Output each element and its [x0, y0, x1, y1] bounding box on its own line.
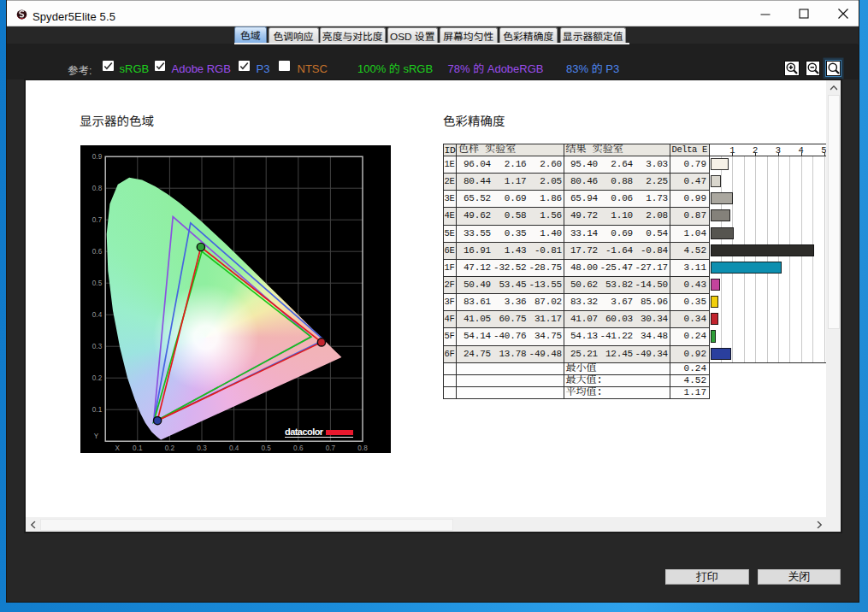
reference-NTSC-label: NTSC: [298, 60, 328, 76]
scroll-right-button[interactable]: [812, 517, 826, 532]
horizontal-scroll-thumb[interactable]: [40, 519, 453, 531]
bar-gridline: [732, 156, 733, 362]
bar-gridline: [824, 156, 825, 362]
tab-色调响应[interactable]: 色调响应: [269, 27, 319, 44]
coverage-result: 100% 的 sRGB: [357, 60, 433, 76]
scroll-left-button[interactable]: [26, 517, 40, 532]
cell-sample-lab: 24.7513.78-49.48: [457, 346, 564, 363]
delta-e-bar-5E: [711, 227, 735, 239]
summary-row: 最小值0.24: [444, 363, 710, 375]
cell-id: 2E: [444, 174, 457, 191]
delta-e-bars: 12345: [710, 144, 827, 363]
zoom-fit-icon: [827, 62, 841, 75]
tab-显示器额定值[interactable]: 显示器额定值: [560, 27, 627, 44]
cell-result-lab: 48.00-25.47-27.17: [564, 260, 670, 277]
vertical-scrollbar[interactable]: [826, 80, 841, 532]
print-button[interactable]: 打印: [665, 569, 749, 585]
scrollbar-corner: [826, 517, 841, 532]
table-row-5E: 5E33.550.351.4033.140.690.541.04: [444, 226, 710, 243]
header-sample: 色样 实验室: [457, 144, 564, 157]
bar-gridline: [812, 156, 813, 362]
cell-result-lab: 49.721.102.08: [564, 208, 670, 225]
reference-toolbar: 参考: sRGBAdobe RGBP3NTSC 100% 的 sRGB78% 的…: [7, 44, 859, 79]
cell-delta-e: 0.92: [670, 346, 711, 363]
table-row-6E: 6E16.911.43-0.8117.72-1.64-0.844.52: [444, 243, 710, 260]
checkbox-sRGB[interactable]: [103, 61, 114, 72]
primary-marker: [317, 338, 325, 346]
cell-id: 1E: [444, 156, 457, 174]
close-icon: [837, 8, 849, 20]
tab-屏幕均匀性[interactable]: 屏幕均匀性: [440, 27, 499, 44]
titlebar: Spyder5Elite 5.5: [7, 0, 859, 26]
zoom-in-icon: [785, 62, 799, 75]
gamut-sRGB: [154, 251, 311, 422]
checkbox-P3[interactable]: [239, 61, 250, 72]
cell-id: 3F: [444, 294, 457, 311]
delta-e-bar-4F: [711, 313, 718, 325]
cell-result-lab: 95.402.643.03: [564, 156, 670, 174]
check-icon: [103, 61, 114, 72]
maximize-button[interactable]: [784, 1, 823, 26]
cell-result-lab: 41.0760.0330.34: [564, 311, 670, 328]
table-row-4F: 4F41.0560.7531.1741.0760.0330.340.34: [444, 311, 710, 328]
cell-id: 5F: [444, 328, 457, 345]
horizontal-scrollbar[interactable]: [26, 517, 826, 532]
arrow-left-icon: [31, 521, 36, 528]
zoom-out-button[interactable]: [806, 61, 821, 76]
cell-sample-lab: 96.042.162.60: [457, 156, 564, 174]
reference-P3-label: P3: [257, 60, 270, 76]
bar-gridline: [767, 156, 768, 362]
cell-sample-lab: 49.620.581.56: [457, 208, 564, 225]
app-icon: [16, 9, 27, 20]
bar-gridline: [789, 156, 790, 362]
summary-value: 0.24: [670, 363, 711, 375]
cell-sample-lab: 16.911.43-0.81: [457, 243, 564, 260]
zoom-out-icon: [806, 62, 820, 75]
coverage-result: 83% 的 P3: [566, 60, 619, 76]
reference-sRGB-label: sRGB: [120, 60, 150, 76]
tab-色彩精确度[interactable]: 色彩精确度: [499, 27, 558, 44]
zoom-in-button[interactable]: [784, 61, 800, 76]
scroll-up-button[interactable]: [826, 80, 841, 95]
delta-e-bar-4E: [711, 209, 730, 221]
close-button[interactable]: [824, 1, 862, 26]
tab-OSD 设置[interactable]: OSD 设置: [387, 27, 439, 44]
cell-sample-lab: 80.441.172.05: [457, 174, 564, 191]
table-row-2E: 2E80.441.172.0580.460.882.250.47: [444, 174, 710, 191]
cell-result-lab: 54.13-41.2234.48: [564, 328, 670, 345]
accuracy-table: ID色样 实验室结果 实验室Delta E1E96.042.162.6095.4…: [443, 144, 710, 399]
gamut-P3: [154, 223, 324, 422]
table-header-row: ID色样 实验室结果 实验室Delta E: [444, 144, 710, 157]
summary-value: 4.52: [670, 375, 711, 387]
zoom-fit-button[interactable]: [826, 61, 841, 76]
cell-delta-e: 3.11: [670, 260, 711, 277]
cell-result-lab: 33.140.690.54: [564, 226, 670, 243]
cell-sample-lab: 33.550.351.40: [457, 226, 564, 243]
cell-delta-e: 0.79: [670, 156, 711, 174]
checkbox-NTSC[interactable]: [279, 61, 290, 72]
tab-色域[interactable]: 色域: [234, 26, 268, 44]
cell-id: 1F: [444, 260, 457, 277]
bar-gridline: [744, 156, 745, 362]
minimize-button[interactable]: [746, 1, 784, 26]
vertical-scroll-thumb[interactable]: [828, 95, 840, 329]
table-row-5F: 5F54.14-40.7634.7554.13-41.2234.480.24: [444, 328, 710, 345]
delta-e-bar-3F: [711, 296, 718, 308]
cell-delta-e: 1.04: [670, 226, 711, 243]
cell-id: 4E: [444, 208, 457, 225]
table-row-4E: 4E49.620.581.5649.721.102.080.87: [444, 208, 710, 225]
table-row-3E: 3E65.520.691.8665.940.061.730.99: [444, 191, 710, 208]
table-row-1F: 1F47.12-32.52-28.7548.00-25.47-27.173.11: [444, 260, 710, 277]
delta-e-bar-2F: [711, 279, 721, 291]
cell-id: 4F: [444, 311, 457, 328]
cell-id: 6F: [444, 346, 457, 363]
tab-亮度与对比度[interactable]: 亮度与对比度: [320, 27, 386, 44]
gamut-chart: 0.90.80.70.60.50.40.30.20.1Y0.10.20.30.4…: [80, 145, 391, 453]
summary-label: 最大值:: [564, 375, 670, 387]
cell-result-lab: 17.72-1.64-0.84: [564, 243, 670, 260]
gamut-panel-title: 显示器的色域: [80, 111, 154, 129]
cell-delta-e: 0.47: [670, 174, 711, 191]
close-dialog-button[interactable]: 关闭: [758, 569, 841, 585]
app-window: Spyder5Elite 5.5 色域色调响应亮度与对比度OSD 设置屏幕均匀性…: [6, 0, 859, 603]
checkbox-Adobe RGB[interactable]: [155, 61, 166, 72]
